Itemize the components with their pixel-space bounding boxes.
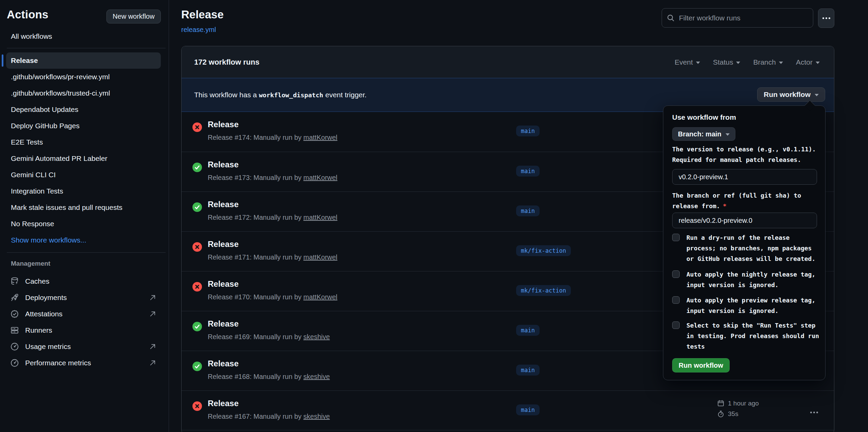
actions-sidebar: Actions New workflow All workflows Relea… bbox=[0, 0, 169, 432]
sidebar-item-deployments[interactable]: Deployments bbox=[10, 289, 156, 306]
sidebar-item-gemini-pr-labeler[interactable]: Gemini Automated PR Labeler bbox=[11, 150, 164, 167]
branch-selector-button[interactable]: Branch: main bbox=[672, 127, 735, 141]
run-title-link[interactable]: Release bbox=[208, 359, 239, 368]
chevron-down-icon bbox=[816, 62, 820, 64]
checkbox-unchecked-icon[interactable] bbox=[672, 321, 680, 329]
filter-branch-dropdown[interactable]: Branch bbox=[753, 58, 783, 66]
filter-workflow-runs-input[interactable] bbox=[679, 14, 808, 22]
filter-status-dropdown[interactable]: Status bbox=[713, 58, 741, 66]
actor-link[interactable]: mattKorwel bbox=[303, 293, 337, 301]
run-subtitle-text: Release #167: Manually run by bbox=[208, 413, 303, 420]
filter-label: Event bbox=[675, 58, 693, 66]
filter-label: Actor bbox=[796, 58, 813, 66]
version-input[interactable] bbox=[672, 169, 817, 185]
sidebar-item-label: Attestations bbox=[25, 310, 63, 318]
run-status-success-icon bbox=[192, 362, 202, 371]
page-kebab-menu-button[interactable] bbox=[818, 9, 834, 28]
branch-badge[interactable]: main bbox=[516, 166, 540, 177]
required-asterisk: * bbox=[723, 202, 727, 210]
run-workflow-dropdown-button[interactable]: Run workflow bbox=[757, 87, 825, 102]
search-icon bbox=[667, 14, 675, 22]
table-row[interactable]: Release Release #167: Manually run by sk… bbox=[182, 391, 834, 430]
run-subtitle-text: Release #171: Manually run by bbox=[208, 253, 303, 261]
verified-badge-icon bbox=[10, 310, 19, 318]
run-subtitle: Release #174: Manually run by mattKorwel bbox=[208, 134, 337, 142]
panel-title: Use workflow from bbox=[672, 113, 736, 121]
external-link-icon bbox=[149, 343, 156, 350]
run-title-link[interactable]: Release bbox=[208, 120, 239, 129]
run-subtitle-text: Release #174: Manually run by bbox=[208, 134, 303, 141]
run-title-link[interactable]: Release bbox=[208, 319, 239, 328]
sidebar-item-usage-metrics[interactable]: Usage metrics bbox=[10, 338, 156, 355]
checkbox-unchecked-icon[interactable] bbox=[672, 270, 680, 278]
sidebar-item-performance-metrics[interactable]: Performance metrics bbox=[10, 355, 156, 371]
branch-badge[interactable]: main bbox=[516, 404, 540, 415]
actor-link[interactable]: mattKorwel bbox=[303, 134, 337, 141]
checkbox-unchecked-icon[interactable] bbox=[672, 234, 680, 241]
checkbox-label: Auto apply the preview release tag, inpu… bbox=[686, 295, 815, 316]
sidebar-item-deploy-github-pages[interactable]: Deploy GitHub Pages bbox=[11, 118, 164, 134]
sidebar-item-caches[interactable]: Caches bbox=[10, 273, 156, 289]
filter-event-dropdown[interactable]: Event bbox=[675, 58, 700, 66]
run-workflow-submit-button[interactable]: Run workflow bbox=[672, 358, 730, 372]
filter-actor-dropdown[interactable]: Actor bbox=[796, 58, 820, 66]
run-status-failure-icon bbox=[192, 242, 202, 252]
external-link-icon bbox=[149, 310, 156, 318]
sidebar-item-gemini-cli-ci[interactable]: Gemini CLI CI bbox=[11, 167, 164, 183]
preview-tag-checkbox-row[interactable]: Auto apply the preview release tag, inpu… bbox=[672, 295, 815, 316]
sidebar-item-no-response[interactable]: No Response bbox=[11, 216, 164, 232]
checkbox-label: Auto apply the nightly release tag, inpu… bbox=[686, 269, 815, 290]
version-input-label: The version to release (e.g., v0.1.11). … bbox=[672, 144, 818, 165]
run-title-link[interactable]: Release bbox=[208, 160, 239, 169]
label-line: Auto apply the nightly release tag, bbox=[686, 269, 815, 280]
sidebar-item-label: Release bbox=[11, 56, 38, 65]
label-line: Run a dry-run of the release bbox=[686, 232, 815, 243]
actor-link[interactable]: mattKorwel bbox=[303, 253, 337, 261]
ref-input[interactable] bbox=[672, 213, 817, 228]
branch-badge[interactable]: main bbox=[516, 365, 540, 376]
sidebar-item-integration-tests[interactable]: Integration Tests bbox=[11, 183, 164, 199]
sidebar-item-mark-stale[interactable]: Mark stale issues and pull requests bbox=[11, 199, 164, 216]
run-title-link[interactable]: Release bbox=[208, 279, 239, 288]
sidebar-item-dependabot-updates[interactable]: Dependabot Updates bbox=[11, 101, 164, 118]
external-link-icon bbox=[149, 294, 156, 301]
branch-badge[interactable]: main bbox=[516, 325, 540, 336]
checkbox-unchecked-icon[interactable] bbox=[672, 296, 680, 304]
filter-label: Branch bbox=[753, 58, 776, 66]
branch-badge[interactable]: main bbox=[516, 126, 540, 136]
run-meta: 1 hour ago 35s bbox=[717, 400, 759, 418]
nightly-tag-checkbox-row[interactable]: Auto apply the nightly release tag, inpu… bbox=[672, 269, 815, 290]
actor-link[interactable]: mattKorwel bbox=[303, 214, 337, 221]
sidebar-item-e2e-tests[interactable]: E2E Tests bbox=[11, 134, 164, 150]
sidebar-item-trusted-ci[interactable]: .github/workflows/trusted-ci.yml bbox=[11, 85, 164, 101]
run-subtitle-text: Release #168: Manually run by bbox=[208, 373, 303, 380]
run-title-link[interactable]: Release bbox=[208, 239, 239, 249]
sidebar-item-release[interactable]: Release bbox=[6, 52, 161, 69]
sidebar-item-attestations[interactable]: Attestations bbox=[10, 306, 156, 322]
run-subtitle: Release #173: Manually run by mattKorwel bbox=[208, 174, 337, 182]
sidebar-item-all-workflows[interactable]: All workflows bbox=[11, 32, 52, 40]
run-subtitle-text: Release #172: Manually run by bbox=[208, 214, 303, 221]
branch-badge[interactable]: mk/fix-action bbox=[516, 285, 571, 296]
sidebar-item-pr-review[interactable]: .github/workflows/pr-review.yml bbox=[11, 69, 164, 85]
run-kebab-menu-button[interactable] bbox=[813, 409, 815, 415]
actor-link[interactable]: skeshive bbox=[303, 333, 330, 340]
actor-link[interactable]: mattKorwel bbox=[303, 174, 337, 181]
label-line: The version to release (e.g., v0.1.11). bbox=[672, 144, 818, 154]
branch-badge[interactable]: mk/fix-action bbox=[516, 245, 571, 256]
workflow-file-link[interactable]: release.yml bbox=[181, 26, 216, 34]
sidebar-item-runners[interactable]: Runners bbox=[10, 322, 156, 338]
run-title-link[interactable]: Release bbox=[208, 200, 239, 209]
banner-code: workflow_dispatch bbox=[257, 92, 325, 99]
sidebar-item-label: Performance metrics bbox=[25, 359, 91, 367]
actor-link[interactable]: skeshive bbox=[303, 373, 330, 380]
run-title-link[interactable]: Release bbox=[208, 399, 239, 408]
show-more-workflows-link[interactable]: Show more workflows... bbox=[11, 232, 164, 248]
run-status-failure-icon bbox=[192, 401, 202, 411]
new-workflow-button[interactable]: New workflow bbox=[106, 10, 161, 23]
branch-badge[interactable]: main bbox=[516, 205, 540, 216]
actor-link[interactable]: skeshive bbox=[303, 413, 330, 420]
skip-tests-checkbox-row[interactable]: Select to skip the "Run Tests" step in t… bbox=[672, 320, 819, 352]
dry-run-checkbox-row[interactable]: Run a dry-run of the release process; no… bbox=[672, 232, 815, 264]
banner-text: This workflow has a bbox=[194, 91, 257, 99]
